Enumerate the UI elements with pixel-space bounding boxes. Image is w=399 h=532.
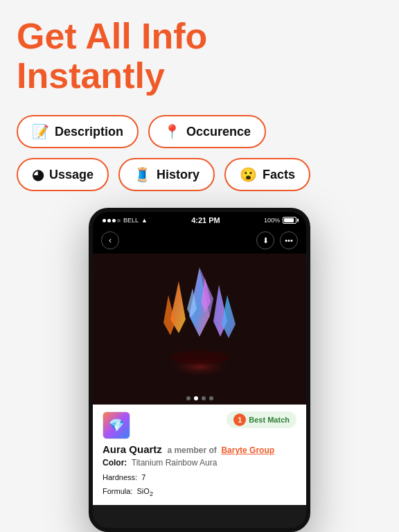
- back-button[interactable]: ‹: [101, 231, 119, 249]
- pagination-dots: [93, 392, 306, 405]
- svg-marker-6: [222, 295, 236, 338]
- group-link[interactable]: Baryte Group: [221, 445, 274, 455]
- facts-icon: 😮: [240, 166, 257, 183]
- pag-dot-4: [209, 396, 213, 400]
- mineral-group: a member of Baryte Group: [165, 445, 274, 455]
- description-icon: 📝: [32, 123, 49, 140]
- status-time: 4:21 PM: [191, 216, 220, 224]
- pag-dot-3: [202, 396, 206, 400]
- nav-right-buttons: ⬇ •••: [256, 231, 298, 249]
- card-header: 💎 1 Best Match: [103, 411, 296, 439]
- headline-line2: Instantly: [17, 56, 382, 96]
- signal-dot-2: [107, 219, 111, 222]
- ussage-icon: ◕: [32, 166, 44, 183]
- tag-description[interactable]: 📝 Description: [17, 115, 139, 148]
- match-number: 1: [233, 414, 246, 426]
- battery-percent: 100%: [264, 217, 280, 224]
- status-right: 100%: [264, 217, 296, 224]
- tag-ussage-label: Ussage: [49, 168, 94, 182]
- color-label: Color:: [103, 458, 127, 468]
- battery-icon: [283, 217, 296, 224]
- tag-facts-label: Facts: [263, 168, 295, 182]
- bottom-card: 💎 1 Best Match Aura Quartz a member of B…: [93, 405, 306, 504]
- crystal-area: [93, 254, 306, 392]
- signal-dot-1: [103, 219, 106, 222]
- tag-description-label: Description: [55, 125, 123, 139]
- tag-ussage[interactable]: ◕ Ussage: [17, 158, 109, 191]
- formula-value: SiO: [137, 487, 150, 495]
- svg-point-9: [170, 351, 229, 364]
- download-button[interactable]: ⬇: [256, 231, 274, 249]
- tag-occurence-label: Occurence: [186, 125, 251, 139]
- hardness-value: 7: [141, 473, 145, 481]
- signal-dots: [103, 219, 121, 222]
- page: Get All Info Instantly 📝 Description 📍 O…: [0, 0, 399, 532]
- device-mockup: BELL ▲ 4:21 PM 100% ‹ ⬇ •••: [89, 208, 310, 532]
- headline: Get All Info Instantly: [17, 17, 382, 96]
- formula-sub: 2: [150, 491, 153, 498]
- hardness-row: Hardness: 7: [103, 473, 296, 481]
- nav-bar: ‹ ⬇ •••: [93, 227, 306, 254]
- tag-history-label: History: [157, 168, 200, 182]
- tag-occurence[interactable]: 📍 Occurence: [148, 115, 266, 148]
- color-value: Titanium Rainbow Aura: [132, 458, 218, 468]
- status-bar: BELL ▲ 4:21 PM 100%: [93, 212, 306, 227]
- pag-dot-2: [194, 396, 198, 400]
- mineral-name: Aura Quartz a member of Baryte Group: [103, 443, 296, 455]
- color-detail: Color: Titanium Rainbow Aura: [103, 458, 296, 468]
- hardness-label: Hardness:: [103, 473, 137, 481]
- formula-label: Formula:: [103, 487, 132, 495]
- wifi-icon: ▲: [141, 217, 148, 224]
- battery-fill: [284, 218, 294, 222]
- signal-dot-3: [112, 219, 116, 222]
- signal-dot-4: [117, 219, 121, 222]
- history-icon: 🧵: [134, 166, 151, 183]
- tags-row1: 📝 Description 📍 Occurence: [17, 115, 382, 148]
- crystal-image: [144, 260, 255, 385]
- device-wrapper: BELL ▲ 4:21 PM 100% ‹ ⬇ •••: [17, 208, 382, 532]
- headline-line1: Get All Info: [17, 17, 382, 56]
- more-button[interactable]: •••: [280, 231, 298, 249]
- match-label: Best Match: [249, 416, 290, 424]
- status-left: BELL ▲: [103, 217, 148, 224]
- best-match-badge: 1 Best Match: [227, 411, 296, 428]
- mineral-thumbnail: 💎: [103, 411, 130, 439]
- occurence-icon: 📍: [163, 123, 181, 140]
- carrier-label: BELL: [123, 217, 139, 224]
- tag-facts[interactable]: 😮 Facts: [224, 158, 310, 191]
- tags-row2: ◕ Ussage 🧵 History 😮 Facts: [17, 158, 382, 191]
- formula-row: Formula: SiO2: [103, 487, 296, 497]
- pag-dot-1: [186, 396, 190, 400]
- tag-history[interactable]: 🧵 History: [118, 158, 215, 191]
